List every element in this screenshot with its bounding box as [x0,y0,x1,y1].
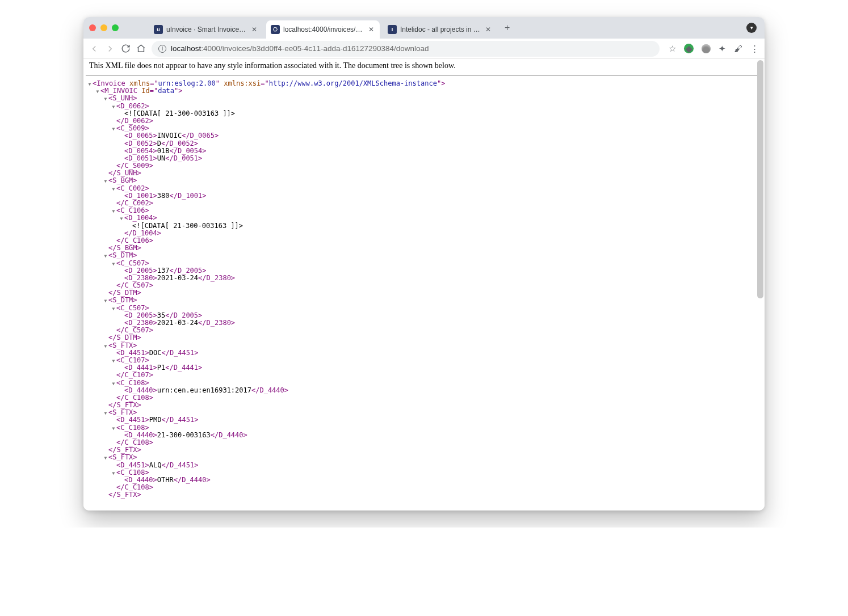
favicon-icon: I [388,25,397,34]
toggle-icon[interactable]: ▼ [103,411,108,416]
back-button[interactable] [89,44,99,54]
toggle-icon[interactable]: ▼ [103,97,108,102]
account-menu-icon[interactable]: ▾ [746,23,757,33]
tab-title: Intelidoc - all projects in one pl [400,26,481,33]
toggle-icon[interactable]: ▼ [119,217,124,222]
browser-tab-1[interactable]: ⎔ localhost:4000/invoices/b3dd0 ✕ [266,20,380,39]
tab-title: localhost:4000/invoices/b3dd0 [283,26,364,33]
toggle-icon[interactable]: ▼ [111,427,116,432]
scrollbar-thumb[interactable] [757,60,763,298]
toggle-icon[interactable]: ▼ [111,359,116,364]
toggle-icon[interactable]: ▼ [111,105,116,110]
site-info-icon[interactable]: i [158,45,166,53]
toggle-icon[interactable]: ▼ [103,179,108,184]
toggle-icon[interactable]: ▼ [103,344,108,349]
xml-tree: ▼<Invoice xmlns="urn:eslog:2.00" xmlns:x… [83,75,765,504]
bookmark-star-icon[interactable]: ☆ [669,44,676,54]
window-controls [89,24,119,31]
toggle-icon[interactable]: ▼ [103,254,108,259]
maximize-window[interactable] [112,24,119,31]
toggle-icon[interactable]: ▼ [87,82,93,87]
extension-grey-icon[interactable] [702,44,711,53]
toolbar: i localhost:4000/invoices/b3dd0ff4-ee05-… [83,39,765,59]
url-text: localhost:4000/invoices/b3dd0ff4-ee05-4c… [171,44,429,53]
close-tab-icon[interactable]: ✕ [484,26,492,33]
browser-tab-0[interactable]: u uInvoice · Smart Invoice Proces ✕ [149,20,263,39]
forward-button[interactable] [105,44,115,54]
extensions-icon[interactable]: ✦ [719,44,726,54]
extension-green-icon[interactable]: ◆ [684,44,694,53]
close-tab-icon[interactable]: ✕ [367,26,375,33]
xml-notice: This XML file does not appear to have an… [86,59,762,75]
toggle-icon[interactable]: ▼ [111,209,116,214]
kebab-menu-icon[interactable]: ⋮ [750,44,759,54]
favicon-icon: ⎔ [271,25,280,34]
new-tab-button[interactable]: + [500,23,514,33]
tab-title: uInvoice · Smart Invoice Proces [166,26,247,33]
close-tab-icon[interactable]: ✕ [250,26,258,33]
toggle-icon[interactable]: ▼ [111,187,116,192]
address-bar[interactable]: i localhost:4000/invoices/b3dd0ff4-ee05-… [152,41,660,57]
extension-icons: ☆ ◆ ✦ 🖌 ⋮ [669,44,759,54]
browser-tab-2[interactable]: I Intelidoc - all projects in one pl ✕ [383,20,497,39]
browser-window: u uInvoice · Smart Invoice Proces ✕ ⎔ lo… [83,17,765,510]
close-window[interactable] [89,24,96,31]
toggle-icon[interactable]: ▼ [103,299,108,304]
toggle-icon[interactable]: ▼ [111,127,116,132]
toggle-icon[interactable]: ▼ [111,471,116,476]
favicon-icon: u [154,25,163,34]
toggle-icon[interactable]: ▼ [103,456,108,461]
minimize-window[interactable] [100,24,107,31]
tab-strip: u uInvoice · Smart Invoice Proces ✕ ⎔ lo… [83,17,765,39]
home-button[interactable] [136,44,146,53]
toggle-icon[interactable]: ▼ [111,262,116,267]
extension-brush-icon[interactable]: 🖌 [734,44,742,53]
toggle-icon[interactable]: ▼ [111,382,116,387]
reload-button[interactable] [121,44,131,53]
toggle-icon[interactable]: ▼ [95,90,100,95]
toggle-icon[interactable]: ▼ [111,307,116,312]
page-content: This XML file does not appear to have an… [83,59,765,510]
